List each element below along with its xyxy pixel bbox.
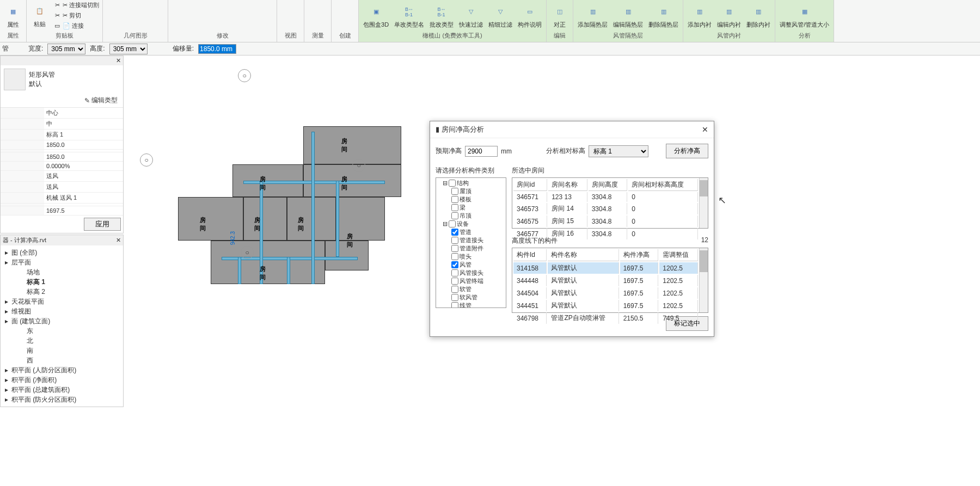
offset-input[interactable]: [198, 44, 236, 54]
relative-level-select[interactable]: 标高 1: [589, 145, 648, 157]
justify-button[interactable]: ◫对正: [549, 2, 571, 30]
fine-filter-button[interactable]: ▽精细过滤: [486, 2, 514, 30]
category-checkbox[interactable]: [451, 294, 458, 301]
duct[interactable]: [311, 132, 315, 284]
table-header[interactable]: 构件名称: [548, 249, 618, 261]
tree-item[interactable]: ▸维视图: [3, 306, 121, 316]
apply-button[interactable]: 应用: [84, 218, 121, 231]
components-table[interactable]: 构件Id构件名称构件净高需调整值314158风管默认1697.51202.534…: [512, 248, 708, 313]
table-header[interactable]: 房间相对标高高度: [628, 179, 698, 191]
table-header[interactable]: 需调整值: [659, 249, 698, 261]
tree-item[interactable]: ▸面 (建筑立面): [3, 316, 121, 326]
category-checkbox[interactable]: [451, 212, 458, 219]
category-node[interactable]: 屋顶: [437, 187, 505, 195]
property-row[interactable]: 机械 送风 1: [1, 193, 123, 204]
tree-item[interactable]: ▸图 (全部): [3, 248, 121, 257]
tree-item[interactable]: ▸积平面 (总建筑面积): [3, 385, 121, 395]
category-node[interactable]: 风管: [437, 261, 505, 269]
property-row[interactable]: 1850.0: [1, 152, 123, 162]
property-row[interactable]: 0.0000%: [1, 162, 123, 171]
category-checkbox[interactable]: [451, 278, 458, 285]
component-desc-button[interactable]: ▭构件说明: [516, 2, 544, 30]
table-row[interactable]: 346573房间 143304.80: [513, 203, 698, 214]
category-node[interactable]: 梁: [437, 204, 505, 212]
category-node[interactable]: 风管接头: [437, 269, 505, 277]
category-node[interactable]: 软管: [437, 285, 505, 293]
close-icon[interactable]: ✕: [116, 237, 121, 244]
table-row[interactable]: 346575房间 153304.80: [513, 216, 698, 227]
table-row[interactable]: 344451风管默认1697.51202.5: [513, 300, 698, 311]
category-node[interactable]: 管道接头: [437, 236, 505, 244]
table-header[interactable]: 房间高度: [589, 179, 628, 191]
category-node[interactable]: ⊟结构: [437, 179, 505, 187]
del-lining-button[interactable]: ▥删除内衬: [744, 2, 773, 30]
paste-button[interactable]: 📋粘贴: [29, 2, 51, 29]
scrollbar[interactable]: [699, 248, 708, 312]
property-row[interactable]: 中心: [1, 108, 123, 119]
resize-duct-button[interactable]: ▦调整风管/管道大小: [777, 2, 831, 30]
analyze-button[interactable]: 分析净高: [666, 144, 708, 158]
tree-item[interactable]: 标高 1: [3, 277, 121, 287]
properties-button[interactable]: ▦属性: [2, 2, 24, 30]
tree-item[interactable]: 场地: [3, 267, 121, 277]
del-insulation-button[interactable]: ▥删除隔热层: [646, 2, 681, 30]
tree-item[interactable]: ▸层平面: [3, 257, 121, 267]
close-icon[interactable]: ✕: [702, 125, 708, 134]
batch-type-button[interactable]: B↔B-1批改类型: [427, 2, 456, 30]
category-checkbox[interactable]: [451, 286, 458, 293]
category-node[interactable]: 管道: [437, 228, 505, 236]
table-header[interactable]: 房间id: [513, 179, 547, 191]
rename-type-button[interactable]: B↔B-1单改类型名: [392, 2, 426, 30]
category-checkbox[interactable]: [449, 180, 456, 187]
join-button[interactable]: ▭📄 连接: [52, 21, 100, 30]
category-node[interactable]: 喷头: [437, 253, 505, 261]
category-checkbox[interactable]: [451, 229, 458, 236]
category-node[interactable]: 软风管: [437, 293, 505, 302]
category-node[interactable]: 线管: [437, 302, 505, 308]
property-row[interactable]: 送风: [1, 171, 123, 182]
rooms-table[interactable]: 房间id房间名称房间高度房间相对标高高度346571123 133304.803…: [512, 177, 708, 229]
table-header[interactable]: 构件Id: [513, 249, 547, 261]
property-row[interactable]: 标高 1: [1, 130, 123, 140]
add-lining-button[interactable]: ▥添加内衬: [685, 2, 714, 30]
property-row[interactable]: 1697.5: [1, 206, 123, 216]
tree-item[interactable]: ▸积平面 (防火分区面积): [3, 395, 121, 404]
property-row[interactable]: 送风: [1, 182, 123, 193]
cut-button[interactable]: ✂✂ 剪切: [52, 10, 100, 20]
tree-item[interactable]: 北: [3, 336, 121, 346]
tree-item[interactable]: 东: [3, 326, 121, 336]
table-row[interactable]: 346577房间 163304.80: [513, 228, 698, 239]
cope-button[interactable]: ✂✂ 连接端切割: [52, 0, 100, 10]
table-row[interactable]: 344504风管默认1697.51202.5: [513, 287, 698, 299]
tree-item[interactable]: 西: [3, 355, 121, 365]
category-checkbox[interactable]: [451, 188, 458, 195]
height-input[interactable]: 305 mm: [109, 44, 148, 54]
category-node[interactable]: 管道附件: [437, 244, 505, 253]
property-row[interactable]: 中: [1, 119, 123, 130]
width-input[interactable]: 305 mm: [47, 44, 85, 54]
category-checkbox[interactable]: [451, 269, 458, 276]
category-node[interactable]: 楼板: [437, 195, 505, 204]
add-insulation-button[interactable]: ▥添加隔热层: [575, 2, 610, 30]
category-checkbox[interactable]: [449, 220, 456, 227]
table-row[interactable]: 346571123 133304.80: [513, 192, 698, 202]
property-row[interactable]: 1850.0: [1, 140, 123, 150]
category-checkbox[interactable]: [451, 261, 458, 268]
category-tree[interactable]: ⊟结构屋顶楼板梁吊顶⊟设备管道管道接头管道附件喷头风管风管接头风管终端软管软风管…: [436, 177, 506, 308]
table-row[interactable]: 346798管道ZP自动喷淋管2150.5749.5: [513, 312, 698, 324]
tree-item[interactable]: ▸天花板平面: [3, 297, 121, 306]
category-checkbox[interactable]: [451, 302, 458, 308]
table-header[interactable]: 构件净高: [620, 249, 659, 261]
table-row[interactable]: 314158风管默认1697.51202.5: [513, 262, 698, 274]
category-checkbox[interactable]: [451, 196, 458, 203]
edit-type-button[interactable]: ✎编辑类型: [80, 95, 122, 106]
category-checkbox[interactable]: [451, 253, 458, 260]
category-checkbox[interactable]: [451, 237, 458, 244]
room[interactable]: [211, 241, 325, 284]
category-checkbox[interactable]: [451, 245, 458, 252]
expected-height-input[interactable]: [465, 146, 498, 157]
duct[interactable]: [238, 257, 241, 284]
room[interactable]: [243, 197, 287, 241]
table-header[interactable]: 房间名称: [548, 179, 587, 191]
duct[interactable]: [287, 257, 290, 284]
